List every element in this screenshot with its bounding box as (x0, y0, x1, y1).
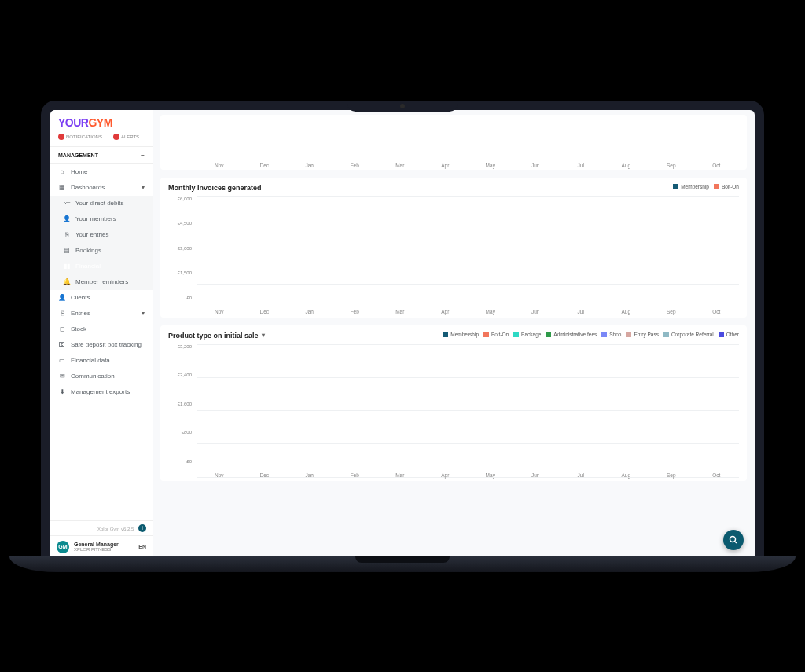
top-chart-x-axis: NovDecJanFebMarAprMayJunJulAugSepOct (197, 163, 739, 168)
sidebar-item-label: Safe deposit box tracking (71, 341, 142, 348)
sidebar: YOURGYM NOTIFICATIONS ALERTS MANAGEMENT … (50, 110, 153, 558)
x-tick: Mar (377, 309, 423, 314)
brand-part2: GYM (88, 116, 112, 129)
x-tick: Apr (423, 309, 469, 314)
avatar: GM (57, 541, 69, 553)
y-tick: £6,000 (168, 196, 192, 201)
alerts-link[interactable]: ALERTS (113, 134, 139, 140)
key-icon: ⚿ (58, 341, 66, 349)
dropdown-icon: ▾ (262, 332, 265, 339)
sidebar-item-label: Member reminders (75, 278, 128, 285)
sidebar-item-label: Dashboards (71, 184, 105, 191)
search-icon (729, 535, 738, 545)
x-tick: Oct (694, 309, 740, 314)
grid-icon: ▦ (58, 184, 66, 192)
sidebar-item-home[interactable]: ⌂Home (50, 164, 153, 180)
version-footer: Xplor Gym v6.2.5 i (50, 520, 153, 535)
sidebar-item-management-exports[interactable]: ⬇Management exports (50, 384, 153, 400)
product-type-chart: £3,200£2,400£1,600£800£0 NovDecJanFebMar… (168, 344, 739, 478)
sidebar-item-your-entries[interactable]: ⎘Your entries (50, 227, 153, 243)
monthly-invoices-legend: MembershipBolt-On (673, 184, 739, 189)
legend-item[interactable]: Entry Pass (626, 332, 658, 337)
sidebar-item-your-members[interactable]: 👤Your members (50, 211, 153, 227)
legend-item[interactable]: Package (513, 332, 541, 337)
info-icon[interactable]: i (138, 524, 146, 532)
search-fab[interactable] (723, 530, 744, 550)
sidebar-item-clients[interactable]: 👤Clients (50, 290, 153, 306)
language-switch[interactable]: EN (138, 544, 146, 549)
monthly-invoices-chart: £6,000£4,500£3,000£1,500£0 NovDecJanFebM… (168, 196, 739, 314)
legend-item[interactable]: Membership (673, 184, 709, 189)
product-type-title[interactable]: Product type on initial sale ▾ (168, 332, 265, 340)
door-icon: ⎘ (63, 231, 71, 239)
legend-item[interactable]: Other (719, 332, 739, 337)
top-chart: NovDecJanFebMarAprMayJunJulAugSepOct (168, 121, 739, 168)
product-type-plot (197, 344, 739, 478)
product-type-x-axis: NovDecJanFebMarAprMayJunJulAugSepOct (197, 472, 739, 478)
sidebar-item-dashboards[interactable]: ▦Dashboards▾ (50, 180, 153, 196)
sidebar-item-member-reminders[interactable]: 🔔Member reminders (50, 274, 153, 290)
sidebar-item-label: Your members (75, 215, 116, 222)
section-title: MANAGEMENT (58, 152, 98, 158)
user-row[interactable]: GM General Manager XPLOR FITNESS EN (50, 535, 153, 558)
section-management[interactable]: MANAGEMENT − (50, 146, 153, 164)
x-tick: Apr (423, 163, 469, 168)
x-tick: Apr (423, 472, 469, 478)
x-tick: Nov (197, 472, 242, 478)
sidebar-item-financial-data[interactable]: ▭Financial data (50, 353, 153, 369)
x-tick: Sep (649, 472, 694, 478)
x-tick: Jun (513, 163, 559, 168)
brand-logo[interactable]: YOURGYM (50, 110, 153, 132)
bell-icon: 🔔 (63, 278, 71, 286)
sidebar-item-communication[interactable]: ✉Communication (50, 369, 153, 384)
legend-item[interactable]: Bolt-On (483, 332, 509, 337)
x-tick: Feb (333, 163, 378, 168)
sidebar-item-label: Your direct debits (75, 200, 124, 207)
panel-top-chart: NovDecJanFebMarAprMayJunJulAugSepOct (160, 115, 747, 170)
brand-part1: YOUR (58, 116, 88, 129)
x-tick: Aug (604, 309, 649, 314)
x-tick: Feb (333, 472, 378, 478)
y-tick: £4,500 (168, 221, 192, 226)
x-tick: May (468, 472, 513, 478)
legend-item[interactable]: Administrative fees (546, 332, 597, 337)
sidebar-item-safe-deposit-box-tracking[interactable]: ⚿Safe deposit box tracking (50, 337, 153, 353)
home-icon: ⌂ (58, 168, 66, 176)
legend-item[interactable]: Corporate Referral (663, 332, 714, 337)
x-tick: Dec (242, 472, 288, 478)
x-tick: Mar (377, 472, 423, 478)
sidebar-item-entries[interactable]: ⎘Entries▾ (50, 306, 153, 321)
legend-item[interactable]: Shop (601, 332, 621, 337)
calendar-icon: ▤ (63, 247, 71, 255)
notification-badge-icon (58, 134, 64, 140)
monthly-invoices-y-axis: £6,000£4,500£3,000£1,500£0 (168, 196, 195, 300)
panel-product-type: Product type on initial sale ▾ Membershi… (160, 325, 747, 481)
collapse-icon: − (141, 152, 145, 159)
legend-item[interactable]: Membership (443, 332, 479, 337)
y-tick: £800 (168, 430, 192, 435)
x-tick: May (468, 163, 513, 168)
sidebar-item-label: Your entries (75, 231, 108, 238)
svg-point-0 (730, 536, 736, 542)
person-icon: 👤 (63, 215, 71, 223)
y-tick: £1,500 (168, 270, 192, 275)
user-role: General Manager (74, 542, 134, 547)
person-icon: 👤 (58, 294, 66, 302)
sidebar-item-bookings[interactable]: ▤Bookings (50, 243, 153, 259)
sidebar-item-financial[interactable]: ▮▮Financial (50, 259, 153, 274)
chevron-down-icon: ▾ (142, 184, 145, 191)
y-tick: £3,200 (168, 344, 192, 349)
legend-item[interactable]: Bolt-On (714, 184, 739, 189)
sidebar-item-label: Entries (71, 310, 90, 317)
sidebar-item-label: Management exports (71, 388, 130, 395)
sidebar-item-label: Financial (75, 263, 101, 270)
notifications-link[interactable]: NOTIFICATIONS (58, 134, 102, 140)
sidebar-item-stock[interactable]: ◻Stock (50, 321, 153, 337)
x-tick: Jun (513, 309, 559, 314)
x-tick: Aug (604, 163, 649, 168)
x-tick: Nov (197, 309, 242, 314)
app-screen: YOURGYM NOTIFICATIONS ALERTS MANAGEMENT … (50, 110, 755, 558)
y-tick: £1,600 (168, 402, 192, 406)
x-tick: Mar (377, 163, 423, 168)
sidebar-item-your-direct-debits[interactable]: 〰Your direct debits (50, 196, 153, 211)
